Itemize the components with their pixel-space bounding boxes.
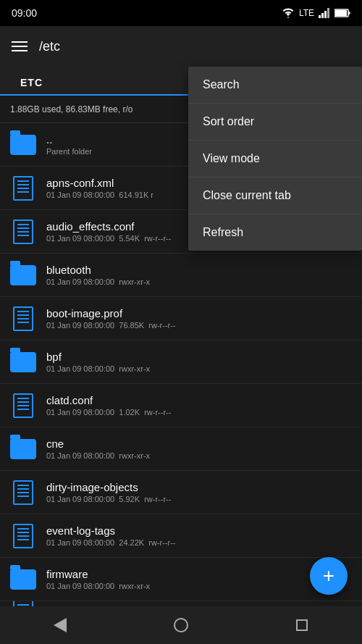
- dropdown-menu: Search Sort order View mode Close curren…: [188, 67, 362, 251]
- battery-icon: [334, 9, 350, 17]
- svg-rect-2: [324, 11, 327, 18]
- lte-label: LTE: [299, 8, 314, 18]
- dropdown-item-sort-order[interactable]: Sort order: [188, 104, 362, 141]
- top-bar: /etc: [0, 26, 362, 67]
- svg-rect-5: [349, 12, 350, 14]
- current-path: /etc: [39, 39, 350, 54]
- svg-rect-6: [335, 10, 347, 16]
- dropdown-item-search[interactable]: Search: [188, 67, 362, 104]
- signal-icon: [319, 8, 330, 18]
- status-time: 09:00: [12, 7, 37, 19]
- hamburger-button[interactable]: [12, 41, 28, 51]
- dropdown-item-view-mode[interactable]: View mode: [188, 141, 362, 177]
- svg-rect-3: [327, 8, 329, 18]
- status-bar: 09:00 LTE: [0, 0, 362, 26]
- svg-rect-0: [319, 15, 321, 18]
- svg-rect-1: [321, 13, 324, 18]
- dropdown-item-close-tab[interactable]: Close current tab: [188, 177, 362, 214]
- wifi-icon: [282, 8, 295, 18]
- status-icons: LTE: [282, 8, 350, 18]
- dropdown-item-refresh[interactable]: Refresh: [188, 214, 362, 251]
